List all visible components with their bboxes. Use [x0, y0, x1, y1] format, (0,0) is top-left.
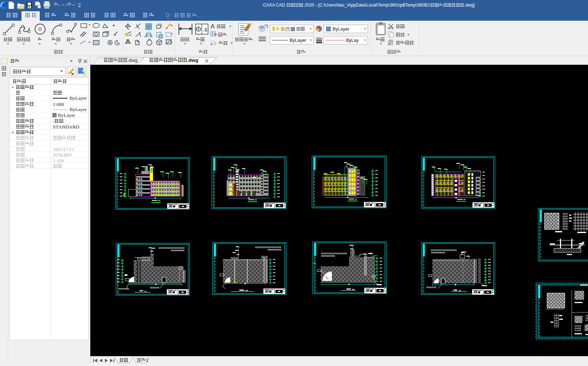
svg-text:.1: .1	[203, 27, 207, 32]
